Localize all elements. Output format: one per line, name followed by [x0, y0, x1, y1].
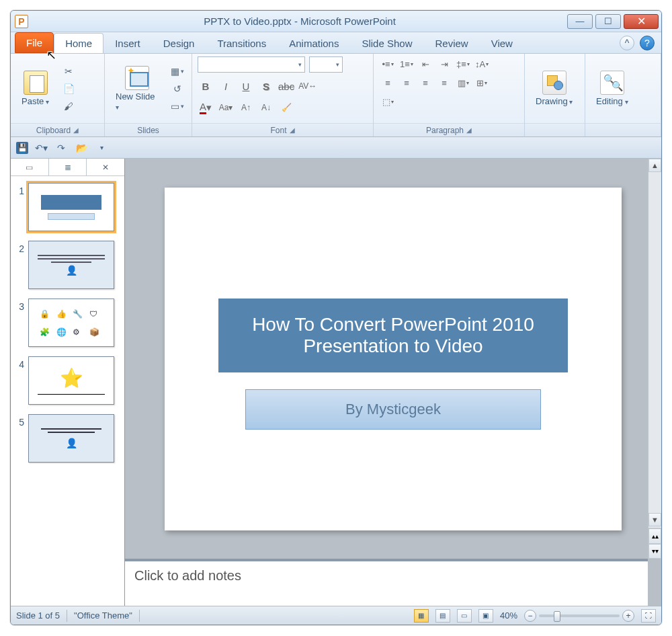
tab-view[interactable]: View	[480, 33, 524, 53]
zoom-out-button[interactable]: −	[524, 610, 536, 622]
quick-access-toolbar: 💾 ↶▾ ↷ 📂 ▾	[11, 137, 661, 159]
normal-view-button[interactable]: ▦	[414, 609, 429, 623]
tab-transitions[interactable]: Transitions	[206, 33, 278, 53]
smartart-button[interactable]: ⬚	[379, 94, 396, 109]
slide-canvas[interactable]: How To Convert PowerPoint 2010 Presentat…	[125, 159, 661, 559]
text-direction-button[interactable]: ↕A	[473, 56, 491, 71]
ribbon-tabstrip: File↖ Home Insert Design Transitions Ani…	[11, 32, 661, 54]
shrink-font-button[interactable]: A↓	[258, 100, 274, 116]
next-slide-button[interactable]: ▾▾	[648, 544, 661, 559]
thumbnail-3[interactable]: 3🔒👍🔧🛡🧩🌐⚙📦	[15, 299, 120, 347]
zoom-in-button[interactable]: +	[622, 610, 634, 622]
decrease-indent-button[interactable]: ⇤	[417, 56, 434, 71]
app-icon: P	[15, 15, 28, 28]
undo-button[interactable]: ↶▾	[34, 141, 48, 155]
content-area: ▭ ≣ ✕ 1 2👤 3🔒👍🔧🛡🧩🌐⚙📦 4⭐ 5👤 How To Conver…	[11, 159, 661, 606]
thumbnail-2[interactable]: 2👤	[15, 241, 120, 289]
char-spacing-button[interactable]: AV↔	[298, 78, 317, 94]
group-paragraph-label: Paragraph◢	[374, 123, 524, 136]
tab-animations[interactable]: Animations	[278, 33, 350, 53]
slide-subtitle[interactable]: By Mysticgeek	[245, 389, 541, 430]
scroll-down-button[interactable]: ▼	[648, 513, 661, 526]
tab-review[interactable]: Review	[423, 33, 479, 53]
save-button[interactable]: 💾	[16, 142, 28, 154]
close-button[interactable]: ✕	[624, 14, 659, 29]
sorter-view-button[interactable]: ▤	[435, 609, 450, 623]
font-dialog-launcher[interactable]: ◢	[290, 126, 295, 134]
slide-indicator: Slide 1 of 5	[16, 610, 60, 621]
italic-button[interactable]: I	[218, 78, 234, 94]
notes-pane[interactable]: Click to add notes	[125, 559, 648, 606]
app-window: P PPTX to Video.pptx - Microsoft PowerPo…	[10, 10, 662, 625]
new-slide-button[interactable]: New Slide	[110, 63, 163, 114]
main-area: How To Convert PowerPoint 2010 Presentat…	[125, 159, 661, 606]
slide[interactable]: How To Convert PowerPoint 2010 Presentat…	[165, 188, 622, 530]
prev-slide-button[interactable]: ▴▴	[648, 528, 661, 544]
reading-view-button[interactable]: ▭	[457, 609, 472, 623]
grow-font-button[interactable]: A↑	[238, 100, 254, 116]
layout-button[interactable]: ▦	[169, 64, 186, 79]
paragraph-dialog-launcher[interactable]: ◢	[466, 126, 472, 134]
tab-insert[interactable]: Insert	[103, 33, 152, 53]
font-family-combo[interactable]: ▾	[198, 56, 305, 73]
maximize-button[interactable]: ☐	[595, 14, 621, 29]
close-panel-button[interactable]: ✕	[87, 159, 124, 175]
slide-panel: ▭ ≣ ✕ 1 2👤 3🔒👍🔧🛡🧩🌐⚙📦 4⭐ 5👤	[11, 159, 125, 606]
help-button[interactable]: ?	[640, 36, 655, 50]
minimize-button[interactable]: —	[567, 14, 593, 29]
new-slide-icon	[125, 66, 149, 90]
bold-button[interactable]: B	[198, 78, 214, 94]
section-button[interactable]: ▭	[169, 99, 186, 114]
thumbnail-4[interactable]: 4⭐	[15, 356, 120, 405]
reset-button[interactable]: ↺	[169, 81, 186, 96]
format-painter-button[interactable]: 🖌	[60, 99, 77, 114]
font-size-combo[interactable]: ▾	[309, 56, 343, 73]
vertical-scrollbar[interactable]: ▲ ▼ ▴▴ ▾▾	[648, 159, 661, 559]
fit-window-button[interactable]: ⛶	[641, 609, 656, 623]
shadow-button[interactable]: S	[258, 78, 274, 94]
change-case-button[interactable]: Aa▾	[218, 100, 234, 116]
cut-button[interactable]: ✂	[60, 64, 77, 79]
paste-button[interactable]: Paste	[16, 68, 54, 109]
slideshow-view-button[interactable]: ▣	[478, 609, 493, 623]
justify-button[interactable]: ≡	[435, 75, 453, 90]
thumbnail-list: 1 2👤 3🔒👍🔧🛡🧩🌐⚙📦 4⭐ 5👤	[11, 176, 124, 606]
qat-customize-button[interactable]: ▾	[94, 141, 109, 155]
editing-button[interactable]: Editing	[591, 68, 634, 109]
align-text-button[interactable]: ⊞	[473, 75, 491, 90]
zoom-slider[interactable]	[539, 614, 620, 617]
slides-tab-button[interactable]: ▭	[11, 159, 49, 175]
tab-design[interactable]: Design	[152, 33, 206, 53]
clipboard-dialog-launcher[interactable]: ◢	[73, 126, 79, 134]
underline-button[interactable]: U	[238, 78, 254, 94]
line-spacing-button[interactable]: ‡≡	[454, 56, 472, 71]
font-color-button[interactable]: A▾	[198, 100, 214, 116]
copy-button[interactable]: 📄	[60, 81, 77, 96]
increase-indent-button[interactable]: ⇥	[435, 56, 453, 71]
align-left-button[interactable]: ≡	[379, 75, 396, 90]
bullets-button[interactable]: •≡	[379, 56, 396, 71]
slide-title[interactable]: How To Convert PowerPoint 2010 Presentat…	[218, 299, 568, 372]
thumbnail-5[interactable]: 5👤	[15, 414, 120, 463]
tab-home[interactable]: Home	[54, 33, 103, 53]
numbering-button[interactable]: 1≡	[398, 56, 415, 71]
scroll-up-button[interactable]: ▲	[648, 159, 661, 172]
clipboard-icon	[24, 71, 48, 95]
clear-formatting-button[interactable]: 🧹	[278, 100, 294, 116]
outline-tab-button[interactable]: ≣	[49, 159, 87, 175]
status-bar: Slide 1 of 5 "Office Theme" ▦ ▤ ▭ ▣ 40% …	[11, 606, 661, 625]
tab-file[interactable]: File↖	[15, 32, 54, 53]
title-bar: P PPTX to Video.pptx - Microsoft PowerPo…	[11, 11, 661, 32]
columns-button[interactable]: ▥	[454, 75, 472, 90]
align-right-button[interactable]: ≡	[417, 75, 434, 90]
tab-slideshow[interactable]: Slide Show	[350, 33, 423, 53]
redo-button[interactable]: ↷	[54, 141, 69, 155]
window-title: PPTX to Video.pptx - Microsoft PowerPoin…	[32, 15, 567, 27]
open-button[interactable]: 📂	[74, 141, 89, 155]
thumbnail-1[interactable]: 1	[15, 183, 120, 231]
minimize-ribbon-button[interactable]: ^	[620, 36, 634, 50]
strikethrough-button[interactable]: abc	[278, 78, 294, 94]
drawing-button[interactable]: Drawing	[530, 68, 578, 109]
align-center-button[interactable]: ≡	[398, 75, 415, 90]
group-editing-label	[585, 123, 661, 136]
